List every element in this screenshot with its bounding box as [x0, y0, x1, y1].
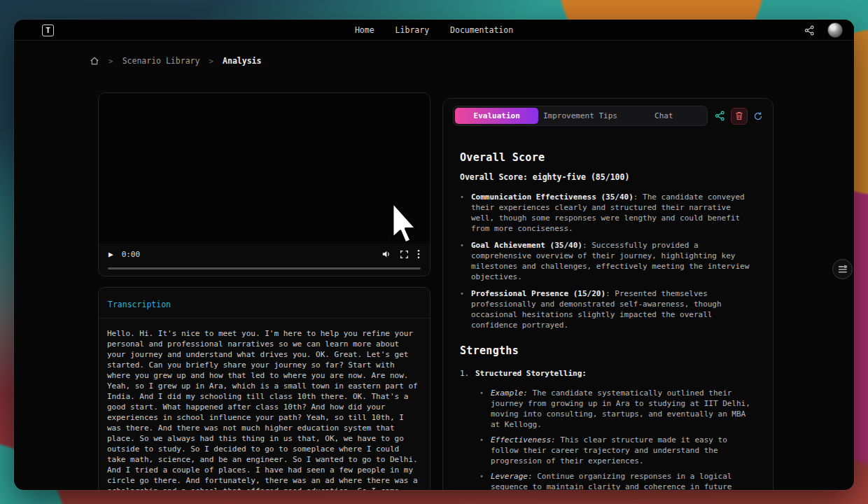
breadcrumb-analysis: Analysis [223, 56, 261, 66]
bullet-term: Leverage: [491, 472, 533, 481]
analysis-tabbar: Evaluation Improvement Tips Chat [453, 106, 708, 126]
bullet-term: Communication Effectiveness (35/40) [471, 192, 634, 202]
bullet-text: The candidate systematically outlined th… [491, 388, 750, 429]
nav-item-library[interactable]: Library [396, 25, 429, 35]
video-player-card: ▶ 0:00 [98, 92, 430, 276]
evaluation-content: Overall Score Overall Score: eighty-five… [443, 132, 773, 490]
breadcrumb: > Scenario Library > Analysis [90, 56, 261, 66]
refresh-icon[interactable] [753, 111, 763, 121]
bullet-dot: • [479, 388, 491, 430]
list-item: • Effectiveness: This clear structure ma… [479, 435, 756, 466]
video-current-time: 0:00 [122, 250, 141, 259]
nav-item-home[interactable]: Home [355, 25, 374, 35]
score-bullet-list: • Communication Effectiveness (35/40): T… [460, 192, 756, 330]
analysis-panel: Evaluation Improvement Tips Chat [442, 98, 774, 490]
list-item: • Communication Effectiveness (35/40): T… [460, 192, 756, 234]
strengths-heading: Strengths [460, 344, 756, 357]
video-progress-bar[interactable] [108, 267, 421, 270]
share-icon[interactable] [804, 25, 815, 36]
app-window: T Home Library Documentation > Scenario … [14, 20, 854, 490]
user-avatar[interactable] [827, 22, 843, 38]
transcription-text: Hello. Hi. It's nice to meet you. I'm he… [99, 318, 430, 490]
strength-bullet-list: • Example: The candidate systematically … [460, 388, 756, 490]
list-item: • Example: The candidate systematically … [479, 388, 756, 430]
analysis-panel-header: Evaluation Improvement Tips Chat [443, 99, 773, 132]
list-item: • Goal Achievement (35/40): Successfully… [460, 240, 756, 282]
bullet-term: Example: [491, 388, 528, 398]
strength-number: 1. [460, 368, 475, 379]
share-icon[interactable] [715, 111, 725, 121]
transcription-header: Transcription [99, 288, 430, 318]
bullet-term: Goal Achievement (35/40) [471, 241, 582, 250]
strength-title: Structured Storytelling: [475, 368, 587, 379]
tab-evaluation[interactable]: Evaluation [455, 108, 538, 124]
breadcrumb-separator: > [209, 57, 214, 66]
top-navigation-bar: T Home Library Documentation [14, 20, 854, 41]
bullet-dot: • [479, 435, 491, 466]
bullet-dot: • [460, 192, 471, 234]
bullet-dot: • [460, 240, 471, 282]
app-logo[interactable]: T [42, 24, 54, 36]
breadcrumb-scenario-library[interactable]: Scenario Library [122, 56, 200, 66]
list-item: • Professional Presence (15/20): Present… [460, 288, 756, 330]
overall-score-value: Overall Score: eighty-five (85/100) [460, 172, 756, 182]
list-item: • Leverage: Continue organizing response… [479, 471, 756, 490]
tab-improvement-tips[interactable]: Improvement Tips [538, 108, 622, 124]
main-nav: Home Library Documentation [355, 25, 513, 35]
overall-score-heading: Overall Score [460, 151, 756, 164]
nav-item-documentation[interactable]: Documentation [450, 25, 513, 35]
transcription-title: Transcription [108, 300, 171, 309]
delete-icon[interactable] [731, 108, 748, 125]
topbar-right [804, 20, 843, 41]
home-icon[interactable] [90, 56, 99, 66]
transcription-card: Transcription Hello. Hi. It's nice to me… [98, 287, 430, 490]
video-display[interactable] [99, 93, 430, 244]
breadcrumb-separator: > [108, 57, 113, 66]
strength-item: 1. Structured Storytelling: [460, 368, 756, 379]
volume-icon[interactable] [382, 249, 391, 259]
bullet-term: Effectiveness: [491, 435, 556, 444]
play-icon[interactable]: ▶ [108, 250, 113, 259]
fullscreen-icon[interactable] [400, 250, 409, 259]
filter-lines-icon[interactable] [832, 259, 853, 279]
more-options-icon[interactable] [417, 249, 420, 259]
video-controls: ▶ 0:00 [99, 244, 430, 265]
bullet-dot: • [479, 471, 491, 490]
bullet-term: Professional Presence (15/20) [471, 289, 606, 298]
analysis-actions [715, 108, 763, 125]
bullet-dot: • [460, 288, 471, 330]
tab-chat[interactable]: Chat [622, 108, 706, 124]
